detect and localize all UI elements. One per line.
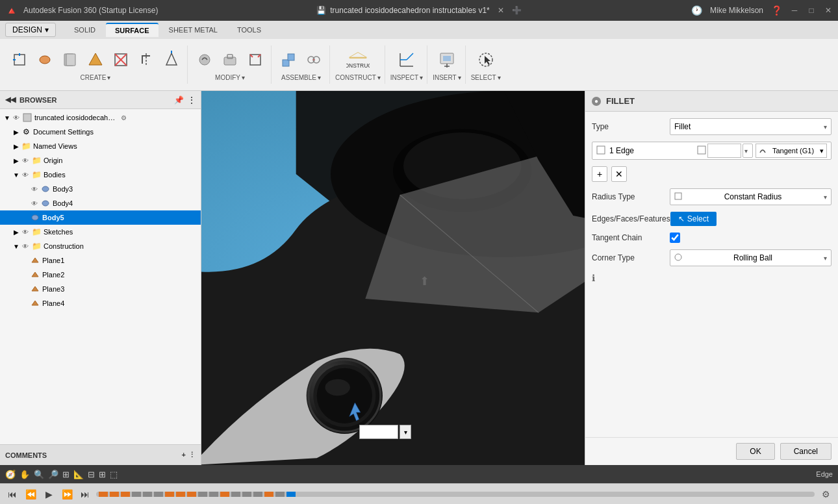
tree-plane2[interactable]: ▶ Plane2 xyxy=(0,268,201,282)
root-eye[interactable]: 👁 xyxy=(12,113,21,122)
construction-eye[interactable]: 👁 xyxy=(21,242,30,251)
nav-icon-2[interactable]: ✋ xyxy=(19,470,30,479)
timeline-item-18[interactable] xyxy=(286,492,296,497)
tree-body5[interactable]: ▶ Body5 xyxy=(0,210,201,225)
tree-body3[interactable]: ▶ 👁 Body3 xyxy=(0,182,201,196)
close-btn[interactable]: ✕ xyxy=(824,6,833,15)
timeline-item-13[interactable] xyxy=(231,492,240,497)
tab-sheet-metal[interactable]: SHEET METAL xyxy=(160,23,227,36)
tree-root[interactable]: ▼ 👁 truncated icosidodecahedro... ⚙ xyxy=(0,110,201,125)
modify-icon-2[interactable] xyxy=(218,48,242,71)
browser-pin-btn[interactable]: 📌 xyxy=(174,95,184,105)
new-tab-btn[interactable]: ➕ xyxy=(512,6,522,15)
help-icon[interactable]: ❓ xyxy=(771,5,782,16)
ok-button[interactable]: OK xyxy=(736,443,774,460)
fillet-close-btn[interactable]: ● xyxy=(592,97,601,106)
tangent-chain-checkbox[interactable] xyxy=(670,233,680,243)
timeline-item-1[interactable] xyxy=(99,492,108,497)
assemble-icon-1[interactable] xyxy=(277,48,300,71)
timeline-item-8[interactable] xyxy=(176,492,185,497)
tree-construction[interactable]: ▼ 👁 📁 Construction xyxy=(0,239,201,253)
create-icon-6[interactable] xyxy=(134,48,158,71)
timeline-item-12[interactable] xyxy=(220,492,229,497)
tab-solid[interactable]: SOLID xyxy=(65,23,105,36)
timeline-step-fwd-btn[interactable]: ⏭ xyxy=(78,487,92,501)
timeline-item-17[interactable] xyxy=(275,492,285,497)
select-icon-1[interactable] xyxy=(474,48,498,71)
root-toggle[interactable]: ▼ xyxy=(3,113,12,122)
origin-eye[interactable]: 👁 xyxy=(21,156,30,165)
timeline-item-7[interactable] xyxy=(165,492,174,497)
tree-plane1[interactable]: ▶ Plane1 xyxy=(0,253,201,268)
nav-icon-6[interactable]: 📐 xyxy=(73,470,84,479)
comments-expand-btn[interactable]: ⋮ xyxy=(188,451,196,459)
sketches-toggle[interactable]: ▶ xyxy=(12,227,21,236)
modify-icon-3[interactable] xyxy=(244,48,267,71)
tree-plane4[interactable]: ▶ Plane4 xyxy=(0,296,201,310)
tree-bodies[interactable]: ▼ 👁 📁 Bodies xyxy=(0,168,201,182)
timeline-item-5[interactable] xyxy=(143,492,152,497)
nav-icon-8[interactable]: ⊞ xyxy=(99,470,106,479)
comments-add-btn[interactable]: + xyxy=(182,451,186,459)
body3-eye[interactable]: 👁 xyxy=(30,184,39,194)
doc-toggle[interactable]: ▶ xyxy=(12,127,21,136)
timeline-step-back-btn[interactable]: ⏮ xyxy=(5,487,19,501)
tree-sketches[interactable]: ▶ 👁 📁 Sketches xyxy=(0,225,201,239)
timeline-settings-btn[interactable]: ⚙ xyxy=(819,487,833,501)
edges-select-btn[interactable]: ↖ Select xyxy=(670,212,717,226)
collapse-sidebar-btn[interactable]: ◀◀ xyxy=(5,95,16,104)
bodies-toggle[interactable]: ▼ xyxy=(12,170,21,179)
nav-icon-7[interactable]: ⊟ xyxy=(88,470,95,479)
create-icon-7[interactable] xyxy=(160,48,183,71)
minimize-btn[interactable]: ─ xyxy=(790,6,799,15)
body4-eye[interactable]: 👁 xyxy=(30,199,39,208)
measurement-value-input[interactable]: .02 xyxy=(359,425,398,439)
nav-icon-3[interactable]: 🔍 xyxy=(34,470,44,479)
construction-toggle[interactable]: ▼ xyxy=(12,242,21,251)
radius-type-dropdown[interactable]: Constant Radius ▾ xyxy=(670,188,832,205)
insert-icon-1[interactable] xyxy=(435,48,459,71)
views-toggle[interactable]: ▶ xyxy=(12,142,21,151)
origin-toggle[interactable]: ▶ xyxy=(12,156,21,165)
edge-size-input[interactable]: 0.02 in xyxy=(707,144,741,158)
construct-icon-1[interactable]: CONSTRUCT xyxy=(346,48,370,71)
timeline-prev-btn[interactable]: ⏪ xyxy=(23,487,38,501)
nav-icon-1[interactable]: 🧭 xyxy=(5,470,16,479)
timeline-item-6[interactable] xyxy=(154,492,163,497)
nav-icon-9[interactable]: ⬚ xyxy=(110,470,118,479)
sketches-eye[interactable]: 👁 xyxy=(21,227,30,236)
nav-icon-5[interactable]: ⊞ xyxy=(62,470,70,479)
tree-named-views[interactable]: ▶ 📁 Named Views xyxy=(0,139,201,153)
timeline-item-10[interactable] xyxy=(198,492,207,497)
timeline-item-9[interactable] xyxy=(187,492,196,497)
create-icon-3[interactable] xyxy=(58,48,82,71)
browser-body[interactable]: ▼ 👁 truncated icosidodecahedro... ⚙ ▶ ⚙ … xyxy=(0,109,201,444)
nav-icon-4[interactable]: 🔎 xyxy=(48,470,58,479)
timeline-item-16[interactable] xyxy=(264,492,273,497)
create-icon-4[interactable] xyxy=(84,48,107,71)
tab-surface[interactable]: SURFACE xyxy=(106,23,159,37)
tree-plane3[interactable]: ▶ Plane3 xyxy=(0,282,201,296)
timeline-next-btn[interactable]: ⏩ xyxy=(60,487,74,501)
comments-bar[interactable]: COMMENTS + ⋮ xyxy=(0,444,201,465)
timeline-item-4[interactable] xyxy=(132,492,141,497)
create-icon-1[interactable] xyxy=(8,48,31,71)
design-dropdown[interactable]: DESIGN ▾ xyxy=(5,23,56,37)
add-edge-btn[interactable]: + xyxy=(592,166,607,182)
inspect-icon-1[interactable] xyxy=(395,48,418,71)
browser-expand-btn[interactable]: ⋮ xyxy=(188,95,196,105)
close-tab-btn[interactable]: ✕ xyxy=(498,6,504,15)
type-dropdown[interactable]: Fillet ▾ xyxy=(670,118,832,135)
timeline-item-14[interactable] xyxy=(242,492,251,497)
tree-body4[interactable]: ▶ 👁 Body4 xyxy=(0,196,201,210)
measurement-dropdown-btn[interactable]: ▾ xyxy=(400,425,411,439)
assemble-icon-2[interactable] xyxy=(302,48,325,71)
tab-tools[interactable]: TOOLS xyxy=(228,23,270,36)
timeline-item-3[interactable] xyxy=(121,492,130,497)
tree-origin[interactable]: ▶ 👁 📁 Origin xyxy=(0,153,201,168)
history-icon[interactable]: 🕐 xyxy=(691,5,702,16)
timeline-item-11[interactable] xyxy=(209,492,218,497)
bodies-eye[interactable]: 👁 xyxy=(21,170,30,179)
create-icon-2[interactable] xyxy=(33,48,57,71)
modify-icon-1[interactable] xyxy=(193,48,216,71)
